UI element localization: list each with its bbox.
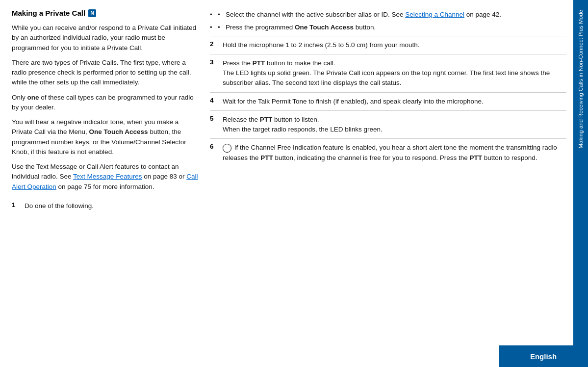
step-5-content: Release the PTT button to listen. When t…	[223, 115, 383, 135]
right-column: • Select the channel with the active sub…	[210, 9, 566, 341]
bullet-1-text: Select the channel with the active subsc…	[226, 10, 501, 20]
page-wrapper: Making a Private Call N While you can re…	[0, 0, 588, 367]
page-title: Making a Private Call N	[12, 9, 198, 17]
bullet-2-text: Press the programmed One Touch Access bu…	[226, 23, 376, 32]
two-column-layout: Making a Private Call N While you can re…	[12, 9, 566, 341]
step-4-number: 4	[210, 97, 219, 106]
paragraph-3: Only one of these call types can be prog…	[12, 93, 198, 113]
step-2-row: 2 Hold the microphone 1 to 2 inches (2.5…	[210, 36, 566, 54]
bullet-1-icon: •	[218, 10, 223, 20]
left-column: Making a Private Call N While you can re…	[12, 9, 198, 341]
page-title-text: Making a Private Call	[12, 9, 85, 17]
step-1-number: 1	[12, 201, 21, 211]
step-4-content: Wait for the Talk Permit Tone to finish …	[223, 97, 484, 106]
selecting-channel-link[interactable]: Selecting a Channel	[405, 11, 464, 18]
bullet-1: • Select the channel with the active sub…	[210, 10, 566, 20]
step-1-bullets: • Select the channel with the active sub…	[210, 9, 566, 33]
english-label-box: English	[499, 345, 588, 367]
step-1-content: Do one of the following.	[25, 201, 94, 211]
step-6-number: 6	[210, 143, 219, 163]
step-5-number: 5	[210, 115, 219, 135]
step-3-content: Press the PTT button to make the call. T…	[223, 58, 566, 88]
channel-free-icon	[223, 144, 231, 153]
page-number-container: 49	[12, 341, 566, 358]
step-6-content: If the Channel Free Indication feature i…	[223, 143, 566, 163]
text-area: Making a Private Call N While you can re…	[0, 0, 573, 367]
step-2-content: Hold the microphone 1 to 2 inches (2.5 t…	[223, 40, 419, 50]
side-tab-text: Making and Receiving Calls in Non-Connec…	[577, 5, 585, 154]
paragraph-5: Use the Text Message or Call Alert featu…	[12, 162, 198, 192]
bullet-2: • Press the programmed One Touch Access …	[210, 23, 566, 32]
english-label: English	[530, 352, 557, 361]
step-3-number: 3	[210, 58, 219, 88]
bullet-2-icon: •	[218, 23, 223, 32]
step-6-row: 6 If the Channel Free Indication feature…	[210, 138, 566, 167]
step-3-row: 3 Press the PTT button to make the call.…	[210, 54, 566, 92]
step-5-row: 5 Release the PTT button to listen. When…	[210, 110, 566, 139]
paragraph-2: There are two types of Private Calls. Th…	[12, 58, 198, 88]
text-message-link[interactable]: Text Message Features	[73, 173, 142, 180]
step-1-row: 1 Do one of the following.	[12, 197, 198, 215]
step-2-number: 2	[210, 40, 219, 50]
paragraph-4: You will hear a negative indicator tone,…	[12, 117, 198, 157]
step-4-row: 4 Wait for the Talk Permit Tone to finis…	[210, 92, 566, 110]
title-icon: N	[88, 9, 96, 17]
paragraph-1: While you can receive and/or respond to …	[12, 23, 198, 53]
side-tab: Making and Receiving Calls in Non-Connec…	[573, 0, 588, 367]
